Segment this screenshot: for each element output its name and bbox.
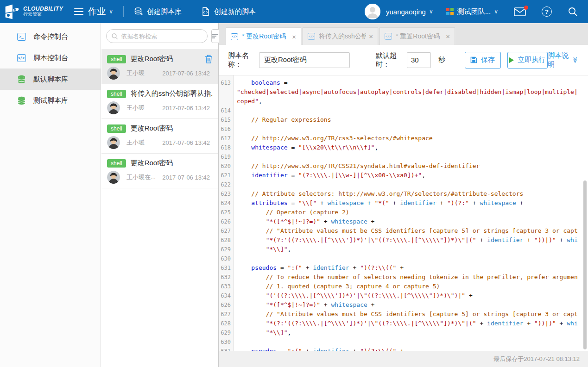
script-type-badge: shell: [107, 90, 126, 98]
tab-title: * 重置Root密码: [396, 32, 443, 41]
line-number: 633: [219, 282, 234, 291]
user-avatar: [365, 4, 380, 19]
script-list-toolbar: ▼: [101, 23, 218, 50]
sidebar-item-label: 命令控制台: [33, 32, 68, 41]
sort-icon: [212, 33, 218, 39]
team-icon: [446, 8, 454, 15]
line-number: 622: [219, 180, 234, 189]
code-line: 622: [219, 180, 588, 189]
line-number: 623: [219, 189, 234, 199]
chevron-down-icon: ∨: [109, 8, 113, 15]
file-plus-icon: [201, 7, 210, 16]
code-line: 627 // "Attribute values must be CSS ide…: [219, 226, 588, 236]
brand-subtitle: 行云管家: [23, 12, 63, 17]
search-icon: [568, 6, 578, 17]
close-icon[interactable]: ×: [369, 32, 373, 40]
save-button[interactable]: 保存: [465, 52, 501, 68]
create-new-script-button[interactable]: 创建新的脚本: [201, 7, 256, 16]
code-line: 624 attributes = "\\[" + whitespace + "*…: [219, 199, 588, 208]
code-line: 618 whitespace = "[\\x20\\t\\r\\n\\f]",: [219, 143, 588, 152]
close-icon[interactable]: ×: [292, 33, 296, 41]
tab-deploy-ssh-key[interactable]: </> 将传入的ssh公钥... ×: [303, 27, 378, 45]
delete-script-button[interactable]: [205, 55, 213, 63]
sidebar-item-default-library[interactable]: 默认脚本库: [0, 68, 101, 90]
help-button[interactable]: ?: [542, 6, 552, 17]
sidebar-item-label: 默认脚本库: [33, 75, 68, 84]
database-icon: [17, 75, 26, 84]
brand[interactable]: CLOUDBILITY 行云管家: [0, 3, 68, 20]
messages-button[interactable]: [514, 7, 526, 16]
tab-reset-root-password[interactable]: </> * 重置Root密码 ×: [379, 27, 455, 45]
save-label: 保存: [481, 56, 495, 64]
search-input[interactable]: [121, 33, 202, 40]
chevron-down-icon: ∨: [429, 8, 433, 15]
script-type-badge: shell: [107, 159, 126, 168]
script-name-input[interactable]: [259, 52, 350, 68]
tab-title: * 更改Root密码: [242, 32, 289, 41]
code-lines: 613 booleans ="checked|selected|async|au…: [219, 78, 588, 351]
code-line: 631 pseudos = ":(" + identifier + ")(?:\…: [219, 347, 588, 351]
line-number: 626: [219, 217, 234, 226]
search-button[interactable]: [568, 6, 578, 17]
sidebar-item-test-library[interactable]: 测试脚本库: [0, 90, 101, 111]
line-number: 629: [219, 245, 234, 254]
line-number: 618: [219, 143, 234, 152]
code-line: 623 // Attribute selectors: http://www.w…: [219, 189, 588, 199]
line-number: 625: [219, 208, 234, 217]
code-line: 625 // Operator (capture 2): [219, 208, 588, 217]
search-icon: [111, 33, 118, 40]
script-list-item[interactable]: shell 更改Root密码 王小暖 2017-07-06 13:42: [101, 50, 218, 84]
script-author: 王小暖: [126, 104, 145, 112]
code-line: 634 "('((?:\\\\.|[^\\\\'])*)'|\"((?:\\\\…: [219, 291, 588, 300]
hamburger-icon[interactable]: [74, 6, 83, 17]
line-number: 632: [219, 273, 234, 282]
code-line: 626 "*([*^$|!~]?=)" + whitespace +: [219, 300, 588, 310]
menu-jobs[interactable]: 作业 ∨: [88, 6, 113, 18]
script-list-item[interactable]: shell 更改Root密码 王小暖在... 2017-07-06 13:42: [101, 154, 218, 188]
line-number: 615: [219, 115, 234, 124]
chevron-down-icon: ∨: [494, 8, 498, 15]
script-form: 脚本名称： 默认超时： 秒 保存 立即执行 脚本说明 ≫: [219, 45, 588, 75]
trash-icon: [205, 55, 213, 63]
line-number: 621: [219, 171, 234, 180]
sidebar-item-script-console[interactable]: </> 脚本控制台: [0, 47, 101, 68]
line-number: 624: [219, 199, 234, 208]
sidebar-item-label: 脚本控制台: [33, 54, 68, 62]
brand-text: CLOUDBILITY 行云管家: [23, 6, 63, 17]
script-description-link[interactable]: 脚本说明 ≫: [548, 51, 579, 69]
script-list-item[interactable]: shell 更改Root密码 王小暖 2017-07-06 13:42: [101, 119, 218, 154]
line-number: 627: [219, 310, 234, 319]
code-line: 626 "*([*^$|!~]?=)" + whitespace +: [219, 217, 588, 226]
script-search[interactable]: [106, 29, 208, 43]
editor-scrollbar-thumb[interactable]: [583, 180, 587, 349]
line-number: 634: [219, 291, 234, 300]
code-line: 628 "*(?:'((?:\\\\.|[^\\\\'])*)'|\"((?:\…: [219, 236, 588, 245]
code-line: 633 // 1. quoted (capture 3; capture 4 o…: [219, 282, 588, 291]
sidebar-item-command-console[interactable]: >_ 命令控制台: [0, 26, 101, 47]
user-menu[interactable]: yuangaoqing ∨: [365, 4, 433, 19]
line-number: 631: [219, 347, 234, 351]
tab-change-root-password[interactable]: </> * 更改Root密码 ×: [226, 27, 301, 45]
script-title: 更改Root密码: [131, 124, 213, 133]
brand-logo: [4, 3, 20, 20]
script-list-panel: ▼ shell 更改Root密码 王小暖 2017-07-06 13:42: [101, 23, 219, 367]
create-script-library-button[interactable]: 创建脚本库: [134, 7, 182, 16]
line-number: 629: [219, 328, 234, 337]
line-number: 627: [219, 226, 234, 236]
code-line: 620 // http://www.w3.org/TR/CSS21/syndat…: [219, 162, 588, 171]
database-plus-icon: [134, 7, 143, 16]
line-number: 613: [219, 78, 234, 106]
team-menu[interactable]: 测试团队... ∨: [457, 7, 498, 16]
script-type-badge: shell: [107, 124, 126, 133]
code-line: 621 identifier = "(?:\\\\.|[\\w-]|[^\\x0…: [219, 171, 588, 180]
code-line: 630: [219, 337, 588, 347]
run-now-button[interactable]: 立即执行: [507, 52, 548, 68]
close-icon[interactable]: ×: [446, 32, 450, 40]
script-list-item[interactable]: shell 将传入的ssh公钥部署从指... 王小暖 2017-07-06 13…: [101, 84, 218, 119]
code-line: 616: [219, 124, 588, 134]
app-window: CLOUDBILITY 行云管家 作业 ∨ 创建脚本库: [0, 0, 588, 367]
timeout-input[interactable]: [407, 52, 431, 68]
script-author: 王小暖: [126, 138, 145, 147]
code-editor[interactable]: 613 booleans ="checked|selected|async|au…: [219, 75, 588, 351]
code-line: 614: [219, 106, 588, 115]
